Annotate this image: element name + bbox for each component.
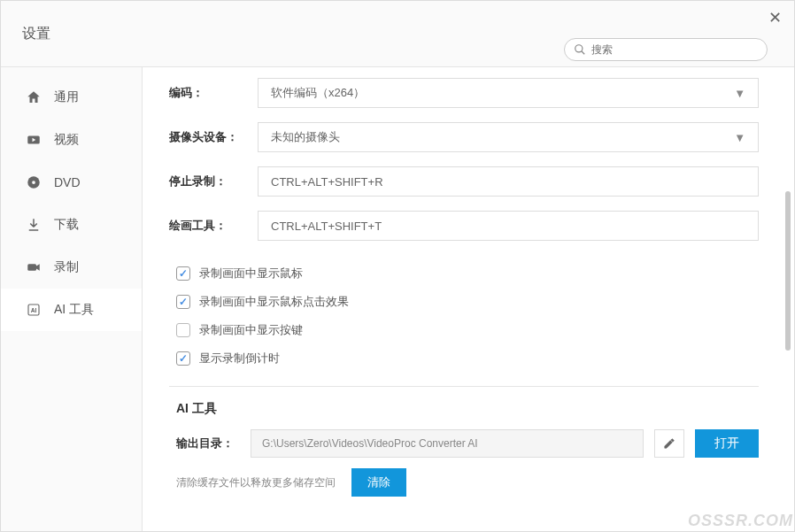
checkbox-icon: [176, 323, 190, 337]
output-dir-label: 输出目录：: [169, 436, 240, 451]
divider: [169, 386, 759, 387]
svg-line-1: [582, 51, 585, 55]
checkbox-icon: [176, 351, 190, 366]
check-show-cursor[interactable]: 录制画面中显示鼠标: [176, 266, 759, 281]
chevron-down-icon: ▼: [734, 131, 745, 144]
sidebar-item-general[interactable]: 通用: [1, 76, 142, 119]
disc-icon: [26, 174, 42, 190]
check-label: 录制画面中显示鼠标点击效果: [199, 294, 349, 310]
draw-tool-input[interactable]: [258, 211, 759, 241]
pencil-icon: [663, 437, 675, 450]
sidebar-item-label: 录制: [54, 259, 79, 275]
sidebar-item-label: 通用: [54, 89, 79, 105]
scrollbar-thumb[interactable]: [785, 191, 791, 351]
svg-text:AI: AI: [31, 307, 37, 313]
ai-section-title: AI 工具: [169, 401, 759, 417]
clear-button[interactable]: 清除: [351, 468, 406, 497]
open-button[interactable]: 打开: [695, 429, 759, 458]
encoder-dropdown[interactable]: 软件编码（x264） ▼: [258, 78, 759, 108]
sidebar-item-label: 下载: [54, 217, 79, 233]
sidebar-item-record[interactable]: 录制: [1, 246, 142, 289]
svg-point-0: [575, 45, 583, 52]
checkbox-icon: [176, 295, 190, 309]
search-icon: [574, 43, 586, 56]
check-show-click[interactable]: 录制画面中显示鼠标点击效果: [176, 294, 759, 310]
sidebar-item-video[interactable]: 视频: [1, 119, 142, 161]
output-dir-path: G:\Users\Zero\Videos\VideoProc Converter…: [251, 429, 644, 458]
edit-path-button[interactable]: [654, 429, 684, 458]
sidebar: 通用 视频 DVD 下载 录制 AI AI 工具: [1, 67, 143, 531]
sidebar-item-label: DVD: [54, 175, 81, 189]
sidebar-item-label: AI 工具: [54, 302, 94, 318]
stop-record-label: 停止录制：: [169, 173, 258, 189]
check-show-countdown[interactable]: 显示录制倒计时: [176, 351, 759, 366]
search-box[interactable]: [564, 38, 768, 61]
checkbox-icon: [176, 266, 190, 281]
scrollbar[interactable]: [785, 67, 791, 531]
content-panel: 编码： 软件编码（x264） ▼ 摄像头设备： 未知的摄像头 ▼ 停止录制： 绘…: [143, 67, 794, 531]
encoder-value: 软件编码（x264）: [271, 85, 365, 101]
svg-point-5: [32, 181, 35, 184]
sidebar-item-label: 视频: [54, 132, 79, 148]
video-icon: [26, 132, 42, 148]
camera-value: 未知的摄像头: [271, 129, 340, 145]
camera-icon: [26, 259, 42, 275]
search-input[interactable]: [591, 43, 758, 56]
draw-tool-label: 绘画工具：: [169, 218, 258, 234]
chevron-down-icon: ▼: [734, 87, 745, 100]
clear-cache-text: 清除缓存文件以释放更多储存空间: [176, 475, 336, 490]
stop-record-input[interactable]: [258, 166, 759, 197]
encoder-label: 编码：: [169, 85, 258, 101]
sidebar-item-dvd[interactable]: DVD: [1, 161, 142, 204]
check-show-keys[interactable]: 录制画面中显示按键: [176, 322, 759, 338]
camera-dropdown[interactable]: 未知的摄像头 ▼: [258, 122, 759, 152]
download-icon: [26, 217, 42, 233]
svg-marker-7: [36, 264, 40, 271]
sidebar-item-ai-tools[interactable]: AI AI 工具: [1, 289, 142, 331]
close-icon[interactable]: ✕: [768, 8, 782, 27]
check-label: 显示录制倒计时: [199, 351, 280, 366]
home-icon: [26, 89, 42, 105]
sidebar-item-download[interactable]: 下载: [1, 204, 142, 246]
check-label: 录制画面中显示鼠标: [199, 266, 303, 281]
check-label: 录制画面中显示按键: [199, 322, 303, 338]
camera-label: 摄像头设备：: [169, 129, 258, 145]
page-title: 设置: [22, 25, 50, 43]
ai-icon: AI: [26, 302, 42, 318]
svg-rect-6: [27, 264, 36, 271]
